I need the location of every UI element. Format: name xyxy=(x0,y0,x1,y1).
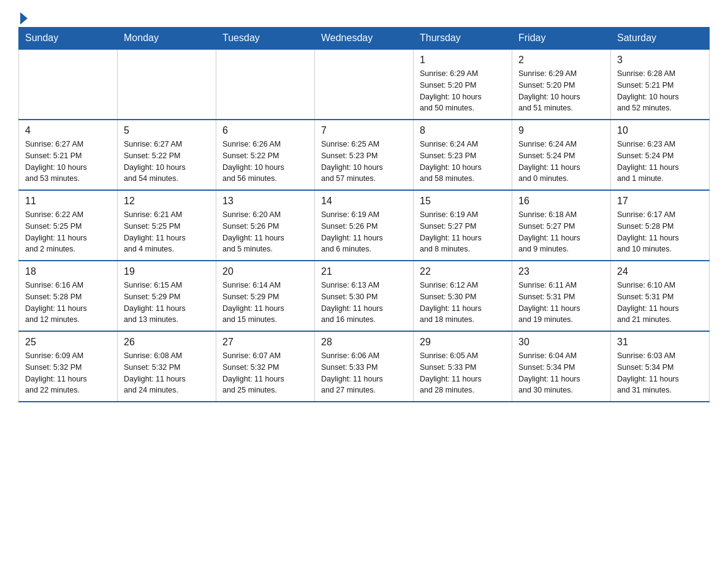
calendar-cell: 26Sunrise: 6:08 AM Sunset: 5:32 PM Dayli… xyxy=(118,331,216,402)
calendar-cell: 13Sunrise: 6:20 AM Sunset: 5:26 PM Dayli… xyxy=(216,190,315,261)
week-row-1: 1Sunrise: 6:29 AM Sunset: 5:20 PM Daylig… xyxy=(19,49,710,120)
day-number: 24 xyxy=(617,266,703,277)
day-number: 10 xyxy=(617,125,703,136)
week-row-3: 11Sunrise: 6:22 AM Sunset: 5:25 PM Dayli… xyxy=(19,190,710,261)
calendar-cell: 5Sunrise: 6:27 AM Sunset: 5:22 PM Daylig… xyxy=(118,120,216,190)
day-number: 25 xyxy=(25,337,111,348)
day-number: 7 xyxy=(321,125,407,136)
calendar-cell xyxy=(216,49,315,120)
day-number: 15 xyxy=(420,196,506,207)
day-info: Sunrise: 6:08 AM Sunset: 5:32 PM Dayligh… xyxy=(124,350,210,396)
calendar-cell: 2Sunrise: 6:29 AM Sunset: 5:20 PM Daylig… xyxy=(512,49,611,120)
page-header xyxy=(18,12,710,21)
calendar-cell: 30Sunrise: 6:04 AM Sunset: 5:34 PM Dayli… xyxy=(512,331,611,402)
day-number: 13 xyxy=(222,196,308,207)
calendar-cell: 4Sunrise: 6:27 AM Sunset: 5:21 PM Daylig… xyxy=(19,120,118,190)
calendar-cell: 18Sunrise: 6:16 AM Sunset: 5:28 PM Dayli… xyxy=(19,261,118,331)
day-number: 8 xyxy=(420,125,506,136)
day-info: Sunrise: 6:06 AM Sunset: 5:33 PM Dayligh… xyxy=(321,350,407,396)
calendar-cell: 23Sunrise: 6:11 AM Sunset: 5:31 PM Dayli… xyxy=(512,261,611,331)
day-info: Sunrise: 6:10 AM Sunset: 5:31 PM Dayligh… xyxy=(617,280,703,326)
calendar-cell: 25Sunrise: 6:09 AM Sunset: 5:32 PM Dayli… xyxy=(19,331,118,402)
day-info: Sunrise: 6:19 AM Sunset: 5:27 PM Dayligh… xyxy=(420,209,506,255)
calendar-cell: 10Sunrise: 6:23 AM Sunset: 5:24 PM Dayli… xyxy=(611,120,710,190)
column-header-wednesday: Wednesday xyxy=(315,28,414,50)
day-number: 30 xyxy=(518,337,604,348)
day-info: Sunrise: 6:19 AM Sunset: 5:26 PM Dayligh… xyxy=(321,209,407,255)
day-number: 29 xyxy=(420,337,506,348)
day-info: Sunrise: 6:09 AM Sunset: 5:32 PM Dayligh… xyxy=(25,350,111,396)
calendar-cell: 29Sunrise: 6:05 AM Sunset: 5:33 PM Dayli… xyxy=(414,331,512,402)
day-number: 2 xyxy=(518,55,604,66)
day-number: 22 xyxy=(420,266,506,277)
day-info: Sunrise: 6:27 AM Sunset: 5:21 PM Dayligh… xyxy=(25,139,111,185)
calendar-cell xyxy=(19,49,118,120)
day-info: Sunrise: 6:17 AM Sunset: 5:28 PM Dayligh… xyxy=(617,209,703,255)
calendar-cell: 17Sunrise: 6:17 AM Sunset: 5:28 PM Dayli… xyxy=(611,190,710,261)
day-info: Sunrise: 6:16 AM Sunset: 5:28 PM Dayligh… xyxy=(25,280,111,326)
day-number: 20 xyxy=(222,266,308,277)
day-number: 19 xyxy=(124,266,210,277)
day-info: Sunrise: 6:22 AM Sunset: 5:25 PM Dayligh… xyxy=(25,209,111,255)
day-info: Sunrise: 6:29 AM Sunset: 5:20 PM Dayligh… xyxy=(420,68,506,114)
day-info: Sunrise: 6:03 AM Sunset: 5:34 PM Dayligh… xyxy=(617,350,703,396)
calendar-cell: 9Sunrise: 6:24 AM Sunset: 5:24 PM Daylig… xyxy=(512,120,611,190)
day-number: 14 xyxy=(321,196,407,207)
day-info: Sunrise: 6:20 AM Sunset: 5:26 PM Dayligh… xyxy=(222,209,308,255)
day-number: 5 xyxy=(124,125,210,136)
calendar-cell: 3Sunrise: 6:28 AM Sunset: 5:21 PM Daylig… xyxy=(611,49,710,120)
day-info: Sunrise: 6:25 AM Sunset: 5:23 PM Dayligh… xyxy=(321,139,407,185)
day-info: Sunrise: 6:11 AM Sunset: 5:31 PM Dayligh… xyxy=(518,280,604,326)
column-header-saturday: Saturday xyxy=(611,28,710,50)
day-number: 3 xyxy=(617,55,703,66)
logo xyxy=(18,12,29,21)
day-info: Sunrise: 6:07 AM Sunset: 5:32 PM Dayligh… xyxy=(222,350,308,396)
calendar-cell: 20Sunrise: 6:14 AM Sunset: 5:29 PM Dayli… xyxy=(216,261,315,331)
calendar-cell xyxy=(315,49,414,120)
day-number: 1 xyxy=(420,55,506,66)
calendar-cell: 6Sunrise: 6:26 AM Sunset: 5:22 PM Daylig… xyxy=(216,120,315,190)
week-row-4: 18Sunrise: 6:16 AM Sunset: 5:28 PM Dayli… xyxy=(19,261,710,331)
day-info: Sunrise: 6:12 AM Sunset: 5:30 PM Dayligh… xyxy=(420,280,506,326)
day-info: Sunrise: 6:05 AM Sunset: 5:33 PM Dayligh… xyxy=(420,350,506,396)
calendar-cell: 27Sunrise: 6:07 AM Sunset: 5:32 PM Dayli… xyxy=(216,331,315,402)
day-info: Sunrise: 6:14 AM Sunset: 5:29 PM Dayligh… xyxy=(222,280,308,326)
day-number: 4 xyxy=(25,125,111,136)
calendar-cell: 12Sunrise: 6:21 AM Sunset: 5:25 PM Dayli… xyxy=(118,190,216,261)
day-info: Sunrise: 6:13 AM Sunset: 5:30 PM Dayligh… xyxy=(321,280,407,326)
week-row-2: 4Sunrise: 6:27 AM Sunset: 5:21 PM Daylig… xyxy=(19,120,710,190)
calendar-cell: 21Sunrise: 6:13 AM Sunset: 5:30 PM Dayli… xyxy=(315,261,414,331)
calendar-cell: 11Sunrise: 6:22 AM Sunset: 5:25 PM Dayli… xyxy=(19,190,118,261)
day-number: 28 xyxy=(321,337,407,348)
calendar-cell: 1Sunrise: 6:29 AM Sunset: 5:20 PM Daylig… xyxy=(414,49,512,120)
calendar-cell: 19Sunrise: 6:15 AM Sunset: 5:29 PM Dayli… xyxy=(118,261,216,331)
day-info: Sunrise: 6:21 AM Sunset: 5:25 PM Dayligh… xyxy=(124,209,210,255)
day-number: 11 xyxy=(25,196,111,207)
day-number: 6 xyxy=(222,125,308,136)
week-row-5: 25Sunrise: 6:09 AM Sunset: 5:32 PM Dayli… xyxy=(19,331,710,402)
calendar-cell: 7Sunrise: 6:25 AM Sunset: 5:23 PM Daylig… xyxy=(315,120,414,190)
day-number: 9 xyxy=(518,125,604,136)
calendar-cell: 16Sunrise: 6:18 AM Sunset: 5:27 PM Dayli… xyxy=(512,190,611,261)
calendar-cell xyxy=(118,49,216,120)
day-info: Sunrise: 6:26 AM Sunset: 5:22 PM Dayligh… xyxy=(222,139,308,185)
day-info: Sunrise: 6:04 AM Sunset: 5:34 PM Dayligh… xyxy=(518,350,604,396)
day-number: 27 xyxy=(222,337,308,348)
logo-arrow-icon xyxy=(20,12,28,25)
calendar-cell: 31Sunrise: 6:03 AM Sunset: 5:34 PM Dayli… xyxy=(611,331,710,402)
day-number: 23 xyxy=(518,266,604,277)
calendar-cell: 24Sunrise: 6:10 AM Sunset: 5:31 PM Dayli… xyxy=(611,261,710,331)
day-info: Sunrise: 6:29 AM Sunset: 5:20 PM Dayligh… xyxy=(518,68,604,114)
day-number: 17 xyxy=(617,196,703,207)
column-header-sunday: Sunday xyxy=(19,28,118,50)
day-info: Sunrise: 6:24 AM Sunset: 5:24 PM Dayligh… xyxy=(518,139,604,185)
calendar-cell: 28Sunrise: 6:06 AM Sunset: 5:33 PM Dayli… xyxy=(315,331,414,402)
day-number: 21 xyxy=(321,266,407,277)
day-info: Sunrise: 6:27 AM Sunset: 5:22 PM Dayligh… xyxy=(124,139,210,185)
day-info: Sunrise: 6:28 AM Sunset: 5:21 PM Dayligh… xyxy=(617,68,703,114)
column-header-friday: Friday xyxy=(512,28,611,50)
calendar-cell: 15Sunrise: 6:19 AM Sunset: 5:27 PM Dayli… xyxy=(414,190,512,261)
column-header-tuesday: Tuesday xyxy=(216,28,315,50)
day-info: Sunrise: 6:18 AM Sunset: 5:27 PM Dayligh… xyxy=(518,209,604,255)
calendar-cell: 14Sunrise: 6:19 AM Sunset: 5:26 PM Dayli… xyxy=(315,190,414,261)
